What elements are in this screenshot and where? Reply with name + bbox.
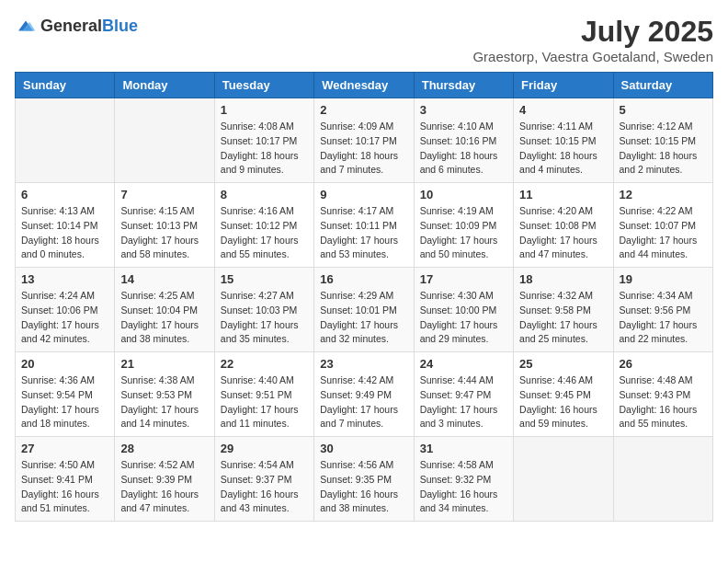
day-number: 17 bbox=[420, 272, 507, 286]
weekday-header-wednesday: Wednesday bbox=[314, 73, 414, 98]
title-block: July 2025 Graestorp, Vaestra Goetaland, … bbox=[472, 15, 713, 64]
day-info: Sunrise: 4:58 AMSunset: 9:32 PMDaylight:… bbox=[420, 458, 507, 516]
weekday-header-row: SundayMondayTuesdayWednesdayThursdayFrid… bbox=[16, 73, 713, 98]
day-info: Sunrise: 4:10 AMSunset: 10:16 PMDaylight… bbox=[420, 120, 507, 178]
day-number: 26 bbox=[620, 357, 707, 371]
day-info: Sunrise: 4:09 AMSunset: 10:17 PMDaylight… bbox=[320, 120, 407, 178]
page-header: GeneralBlue July 2025 Graestorp, Vaestra… bbox=[15, 15, 713, 64]
calendar-cell: 29Sunrise: 4:54 AMSunset: 9:37 PMDayligh… bbox=[214, 437, 313, 522]
day-info: Sunrise: 4:34 AMSunset: 9:56 PMDaylight:… bbox=[620, 289, 707, 347]
calendar-cell bbox=[613, 437, 712, 522]
day-info: Sunrise: 4:19 AMSunset: 10:09 PMDaylight… bbox=[420, 204, 507, 262]
calendar-cell bbox=[115, 98, 214, 183]
calendar-cell: 26Sunrise: 4:48 AMSunset: 9:43 PMDayligh… bbox=[613, 352, 712, 437]
day-info: Sunrise: 4:17 AMSunset: 10:11 PMDaylight… bbox=[320, 204, 407, 262]
calendar-cell: 7Sunrise: 4:15 AMSunset: 10:13 PMDayligh… bbox=[115, 183, 214, 268]
day-number: 1 bbox=[221, 103, 308, 117]
day-info: Sunrise: 4:48 AMSunset: 9:43 PMDaylight:… bbox=[620, 373, 707, 431]
day-info: Sunrise: 4:46 AMSunset: 9:45 PMDaylight:… bbox=[519, 373, 607, 431]
day-info: Sunrise: 4:29 AMSunset: 10:01 PMDaylight… bbox=[320, 289, 407, 347]
day-number: 3 bbox=[420, 103, 507, 117]
week-row-2: 6Sunrise: 4:13 AMSunset: 10:14 PMDayligh… bbox=[16, 183, 713, 268]
day-number: 2 bbox=[320, 103, 407, 117]
day-number: 30 bbox=[320, 442, 407, 455]
day-info: Sunrise: 4:36 AMSunset: 9:54 PMDaylight:… bbox=[21, 373, 108, 431]
calendar-cell: 6Sunrise: 4:13 AMSunset: 10:14 PMDayligh… bbox=[16, 183, 115, 268]
day-info: Sunrise: 4:32 AMSunset: 9:58 PMDaylight:… bbox=[519, 289, 607, 347]
day-number: 15 bbox=[221, 272, 308, 286]
day-info: Sunrise: 4:16 AMSunset: 10:12 PMDaylight… bbox=[221, 204, 308, 262]
day-number: 20 bbox=[21, 357, 108, 371]
week-row-3: 13Sunrise: 4:24 AMSunset: 10:06 PMDaylig… bbox=[16, 268, 713, 352]
day-info: Sunrise: 4:13 AMSunset: 10:14 PMDaylight… bbox=[21, 204, 108, 262]
calendar-cell: 1Sunrise: 4:08 AMSunset: 10:17 PMDayligh… bbox=[214, 98, 313, 183]
day-number: 21 bbox=[120, 357, 208, 371]
day-info: Sunrise: 4:24 AMSunset: 10:06 PMDaylight… bbox=[21, 289, 108, 347]
calendar-cell: 5Sunrise: 4:12 AMSunset: 10:15 PMDayligh… bbox=[613, 98, 712, 183]
calendar-cell bbox=[514, 437, 613, 522]
calendar-cell: 22Sunrise: 4:40 AMSunset: 9:51 PMDayligh… bbox=[214, 352, 313, 437]
weekday-header-saturday: Saturday bbox=[613, 73, 712, 98]
location-title: Graestorp, Vaestra Goetaland, Sweden bbox=[472, 49, 713, 64]
day-number: 31 bbox=[420, 442, 507, 455]
weekday-header-tuesday: Tuesday bbox=[214, 73, 313, 98]
calendar-cell: 12Sunrise: 4:22 AMSunset: 10:07 PMDaylig… bbox=[613, 183, 712, 268]
calendar-cell: 28Sunrise: 4:52 AMSunset: 9:39 PMDayligh… bbox=[115, 437, 214, 522]
calendar-cell: 11Sunrise: 4:20 AMSunset: 10:08 PMDaylig… bbox=[514, 183, 613, 268]
logo-general: General bbox=[40, 17, 102, 35]
calendar-cell: 31Sunrise: 4:58 AMSunset: 9:32 PMDayligh… bbox=[414, 437, 513, 522]
day-number: 6 bbox=[21, 188, 108, 201]
day-number: 22 bbox=[221, 357, 308, 371]
calendar-cell: 2Sunrise: 4:09 AMSunset: 10:17 PMDayligh… bbox=[314, 98, 414, 183]
calendar-cell: 17Sunrise: 4:30 AMSunset: 10:00 PMDaylig… bbox=[414, 268, 513, 352]
calendar-cell: 16Sunrise: 4:29 AMSunset: 10:01 PMDaylig… bbox=[314, 268, 414, 352]
day-number: 14 bbox=[120, 272, 208, 286]
day-number: 5 bbox=[620, 103, 707, 117]
day-number: 28 bbox=[120, 442, 208, 455]
day-info: Sunrise: 4:52 AMSunset: 9:39 PMDaylight:… bbox=[120, 458, 208, 516]
day-number: 19 bbox=[620, 272, 707, 286]
logo-icon bbox=[15, 15, 37, 37]
day-number: 9 bbox=[320, 188, 407, 201]
day-info: Sunrise: 4:38 AMSunset: 9:53 PMDaylight:… bbox=[120, 373, 208, 431]
calendar-cell: 9Sunrise: 4:17 AMSunset: 10:11 PMDayligh… bbox=[314, 183, 414, 268]
logo-blue: Blue bbox=[102, 17, 138, 35]
calendar-cell: 23Sunrise: 4:42 AMSunset: 9:49 PMDayligh… bbox=[314, 352, 414, 437]
calendar-cell: 20Sunrise: 4:36 AMSunset: 9:54 PMDayligh… bbox=[16, 352, 115, 437]
day-info: Sunrise: 4:12 AMSunset: 10:15 PMDaylight… bbox=[620, 120, 707, 178]
day-number: 13 bbox=[21, 272, 108, 286]
day-number: 8 bbox=[221, 188, 308, 201]
day-info: Sunrise: 4:56 AMSunset: 9:35 PMDaylight:… bbox=[320, 458, 407, 516]
day-info: Sunrise: 4:08 AMSunset: 10:17 PMDaylight… bbox=[221, 120, 308, 178]
day-number: 24 bbox=[420, 357, 507, 371]
day-number: 25 bbox=[519, 357, 607, 371]
weekday-header-monday: Monday bbox=[115, 73, 214, 98]
calendar-cell: 27Sunrise: 4:50 AMSunset: 9:41 PMDayligh… bbox=[16, 437, 115, 522]
day-number: 18 bbox=[519, 272, 607, 286]
calendar-cell: 13Sunrise: 4:24 AMSunset: 10:06 PMDaylig… bbox=[16, 268, 115, 352]
week-row-1: 1Sunrise: 4:08 AMSunset: 10:17 PMDayligh… bbox=[16, 98, 713, 183]
day-number: 4 bbox=[519, 103, 607, 117]
calendar-cell: 24Sunrise: 4:44 AMSunset: 9:47 PMDayligh… bbox=[414, 352, 513, 437]
day-number: 12 bbox=[620, 188, 707, 201]
weekday-header-sunday: Sunday bbox=[16, 73, 115, 98]
day-info: Sunrise: 4:15 AMSunset: 10:13 PMDaylight… bbox=[120, 204, 208, 262]
calendar-table: SundayMondayTuesdayWednesdayThursdayFrid… bbox=[15, 72, 713, 522]
week-row-5: 27Sunrise: 4:50 AMSunset: 9:41 PMDayligh… bbox=[16, 437, 713, 522]
calendar-cell: 3Sunrise: 4:10 AMSunset: 10:16 PMDayligh… bbox=[414, 98, 513, 183]
logo-text: GeneralBlue bbox=[40, 17, 138, 35]
day-info: Sunrise: 4:11 AMSunset: 10:15 PMDaylight… bbox=[519, 120, 607, 178]
day-number: 7 bbox=[120, 188, 208, 201]
calendar-cell: 14Sunrise: 4:25 AMSunset: 10:04 PMDaylig… bbox=[115, 268, 214, 352]
day-info: Sunrise: 4:25 AMSunset: 10:04 PMDaylight… bbox=[120, 289, 208, 347]
day-number: 10 bbox=[420, 188, 507, 201]
calendar-cell: 18Sunrise: 4:32 AMSunset: 9:58 PMDayligh… bbox=[514, 268, 613, 352]
weekday-header-friday: Friday bbox=[514, 73, 613, 98]
month-title: July 2025 bbox=[472, 15, 713, 49]
day-number: 27 bbox=[21, 442, 108, 455]
calendar-cell: 4Sunrise: 4:11 AMSunset: 10:15 PMDayligh… bbox=[514, 98, 613, 183]
calendar-cell: 30Sunrise: 4:56 AMSunset: 9:35 PMDayligh… bbox=[314, 437, 414, 522]
day-info: Sunrise: 4:42 AMSunset: 9:49 PMDaylight:… bbox=[320, 373, 407, 431]
day-info: Sunrise: 4:50 AMSunset: 9:41 PMDaylight:… bbox=[21, 458, 108, 516]
calendar-cell bbox=[16, 98, 115, 183]
